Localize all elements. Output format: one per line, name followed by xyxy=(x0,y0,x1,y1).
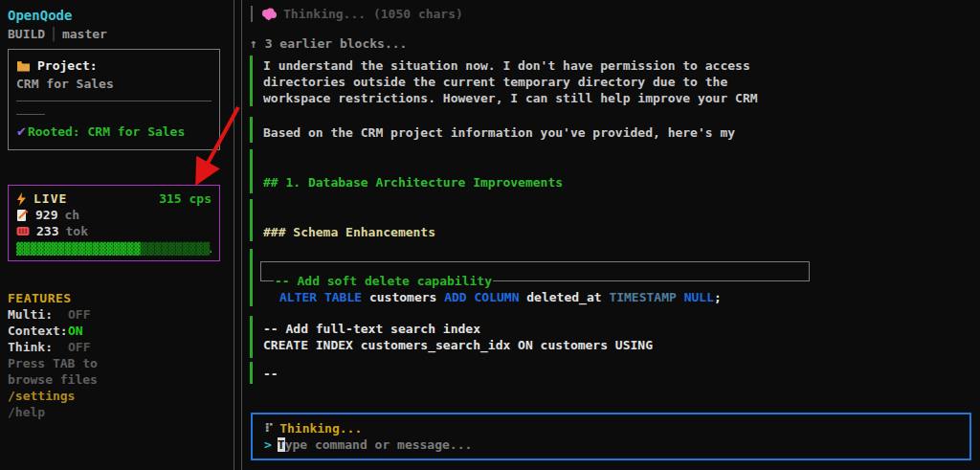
text-cursor[interactable]: T xyxy=(278,437,285,452)
sql-code-lines: -- Add full-text search indexCREATE INDE… xyxy=(250,316,653,358)
sql-identifier: customers xyxy=(362,290,444,304)
lightning-icon xyxy=(16,192,27,206)
command-input-box[interactable]: ⠏Thinking... >Type command or message... xyxy=(251,413,971,460)
branch-name: master xyxy=(62,27,107,41)
project-label: Project: xyxy=(37,57,98,74)
app-window: OpenQode BUILD│master Project: CRM for S… xyxy=(0,0,980,470)
check-icon: ✔ xyxy=(16,124,27,139)
tokens-unit: tok xyxy=(65,223,87,239)
feature-multi-value: OFF xyxy=(68,307,90,322)
cps-value: 315 cps xyxy=(159,190,212,207)
chars-row: 929 ch xyxy=(16,207,212,223)
message-line: directories outside the current temporar… xyxy=(263,74,758,90)
feature-think-label: Think: xyxy=(8,339,68,355)
sql-comment-line: -- Add full-text search index xyxy=(263,321,653,337)
input-status-line: ⠏Thinking... xyxy=(264,420,969,436)
features-section: FEATURES Multi:OFF Context:ON Think:OFF … xyxy=(8,290,234,420)
feature-multi: Multi:OFF xyxy=(8,306,234,323)
app-title: OpenQode xyxy=(8,8,234,24)
sql-keyword: ALTER TABLE xyxy=(279,290,362,304)
sidebar-border xyxy=(234,0,234,470)
message-line: workspace restrictions. However, I can s… xyxy=(263,90,758,106)
markdown-heading-3: ### Schema Enhancements xyxy=(250,199,435,241)
sql-partial-line: -- xyxy=(250,362,278,384)
thinking-status-line: Thinking... (1050 chars) xyxy=(251,6,463,22)
tab-hint-line1: Press TAB to xyxy=(8,355,234,371)
sql-statement-line: CREATE INDEX customers_search_idx ON cus… xyxy=(263,337,653,353)
sql-identifier: deleted_at xyxy=(519,290,609,304)
progress-remaining: ▓▓▓▓▓▓▓▓▓▓ xyxy=(141,242,210,256)
status-tick xyxy=(251,6,253,22)
input-thinking-status: Thinking... xyxy=(279,421,362,436)
memo-icon xyxy=(16,209,29,222)
feature-think: Think:OFF xyxy=(8,339,234,355)
help-command[interactable]: /help xyxy=(8,404,234,420)
sidebar: OpenQode BUILD│master Project: CRM for S… xyxy=(0,0,234,470)
divider-short xyxy=(16,114,45,115)
chars-value: 929 xyxy=(35,207,57,223)
feature-think-value: OFF xyxy=(68,340,90,354)
progress-filled: ▓▓▓▓▓▓▓▓▓▓▓▓▓▓▓▓▓▓ xyxy=(16,242,141,256)
sql-code-block: -- Add soft delete capability ALTER TABL… xyxy=(250,249,862,306)
rooted-text: Rooted: CRM for Sales xyxy=(28,124,185,139)
live-row: LIVE 315 cps xyxy=(16,190,212,207)
sql-space xyxy=(677,290,684,304)
project-panel: Project: CRM for Sales ✔Rooted: CRM for … xyxy=(8,49,220,150)
sql-type: TIMESTAMP xyxy=(609,290,676,304)
progress-ellipsis: … xyxy=(210,242,212,256)
build-branch-line: BUILD│master xyxy=(8,26,234,42)
input-placeholder: ype command or message... xyxy=(285,437,473,452)
project-header: Project: xyxy=(16,57,212,74)
feature-context: Context:ON xyxy=(8,323,234,339)
input-prompt-line[interactable]: >Type command or message... xyxy=(264,436,969,453)
project-name: CRM for Sales xyxy=(16,76,212,92)
tab-hint-line2: browse files xyxy=(8,371,234,388)
build-label: BUILD xyxy=(8,27,45,41)
assistant-message-block: I understand the situation now. I don't … xyxy=(250,56,758,106)
tokens-value: 233 xyxy=(36,223,58,239)
feature-context-value: ON xyxy=(68,324,83,338)
code-panel-title: -- Add soft delete capability xyxy=(274,273,493,289)
sql-keyword: NULL xyxy=(684,290,714,304)
settings-command[interactable]: /settings xyxy=(8,388,234,404)
markdown-heading-2: ## 1. Database Architecture Improvements xyxy=(250,149,563,193)
sql-punctuation: ; xyxy=(714,290,722,304)
separator: │ xyxy=(45,27,62,41)
folder-icon xyxy=(16,60,31,72)
assistant-message-block: Based on the CRM project information you… xyxy=(250,117,735,143)
thinking-status-text: Thinking... (1050 chars) xyxy=(283,6,463,22)
stream-progress-bar: ▓▓▓▓▓▓▓▓▓▓▓▓▓▓▓▓▓▓▓▓▓▓▓▓▓▓▓▓… xyxy=(16,241,212,257)
ticket-icon xyxy=(16,226,30,236)
chat-area: Thinking... (1050 chars) ↑ 3 earlier blo… xyxy=(242,0,980,470)
live-label: LIVE xyxy=(33,190,67,207)
sql-statement: ALTER TABLE customers ADD COLUMN deleted… xyxy=(279,289,722,305)
feature-context-label: Context: xyxy=(8,323,68,339)
feature-multi-label: Multi: xyxy=(8,306,68,323)
message-line: I understand the situation now. I don't … xyxy=(263,57,758,74)
earlier-blocks-indicator[interactable]: ↑ 3 earlier blocks... xyxy=(250,35,407,52)
brain-icon xyxy=(261,8,278,21)
chars-unit: ch xyxy=(64,207,79,223)
live-stats-panel: LIVE 315 cps 929 ch 233 tok ▓▓▓▓▓▓▓▓▓▓▓▓… xyxy=(8,185,220,261)
sql-keyword: ADD COLUMN xyxy=(444,290,519,304)
rooted-status: ✔Rooted: CRM for Sales xyxy=(16,123,212,140)
prompt-icon: > xyxy=(264,437,272,452)
divider xyxy=(16,101,212,101)
spinner-icon: ⠏ xyxy=(264,421,274,436)
tokens-row: 233 tok xyxy=(16,223,212,239)
features-heading: FEATURES xyxy=(8,290,234,306)
